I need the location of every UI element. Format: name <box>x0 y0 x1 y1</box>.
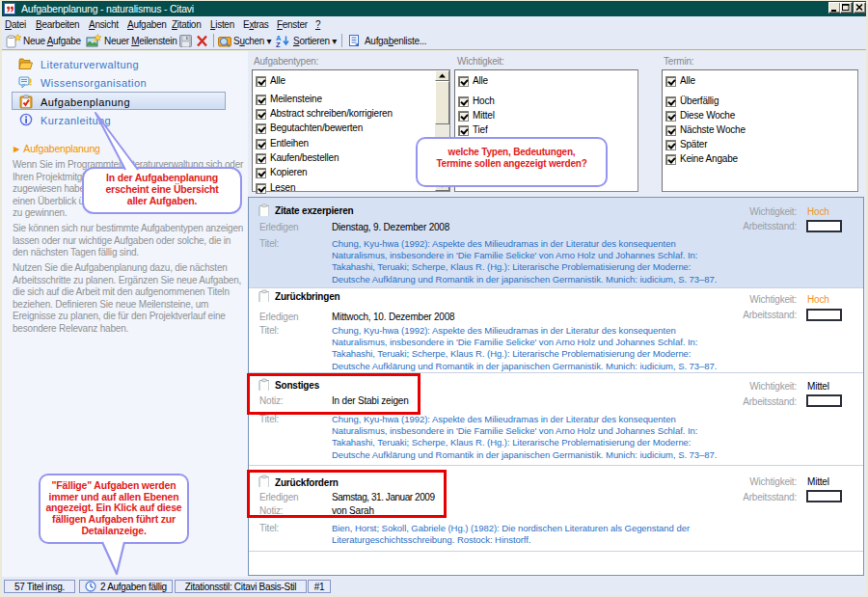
svg-text:Z: Z <box>276 41 281 49</box>
